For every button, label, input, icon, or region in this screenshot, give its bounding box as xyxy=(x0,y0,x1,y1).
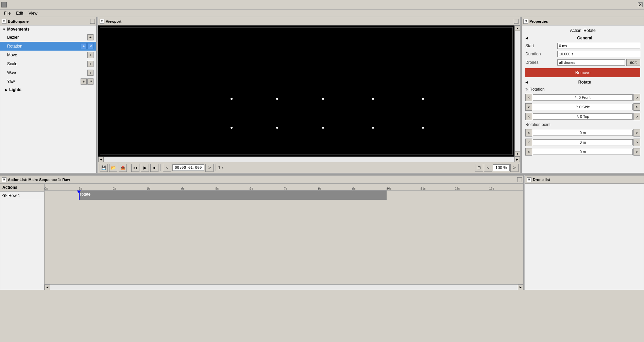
move-add-btn[interactable]: + xyxy=(87,52,94,58)
zoom-value[interactable]: 100 % xyxy=(493,164,510,171)
viewport-minimize[interactable]: _ xyxy=(514,19,519,24)
front-dec-btn[interactable]: < xyxy=(525,94,532,101)
nav-left-btn[interactable]: < xyxy=(163,164,171,172)
top-inc-btn[interactable]: > xyxy=(633,113,640,120)
viewport-canvas[interactable] xyxy=(98,25,514,157)
rp-y-inc-btn[interactable]: > xyxy=(633,139,640,146)
drone-2 xyxy=(276,98,278,100)
bezier-label: Bezier xyxy=(7,35,87,40)
yaw-expand-btn[interactable]: ↗ xyxy=(87,78,94,85)
scale-item[interactable]: Scale + xyxy=(0,59,96,68)
close-button[interactable]: ✕ xyxy=(638,2,643,7)
open-btn[interactable]: 📂 xyxy=(109,164,117,172)
wave-item[interactable]: Wave + xyxy=(0,68,96,77)
lights-section-header[interactable]: ▶ Lights xyxy=(0,86,96,93)
ff-btn[interactable]: ⏭ xyxy=(150,164,158,172)
timeline-ruler: 0s1s2s3s4s5s6s7s8s9s10s11s12s13s xyxy=(45,184,523,191)
export-btn[interactable]: 📤 xyxy=(119,164,127,172)
move-label: Move xyxy=(7,53,87,57)
drone-5 xyxy=(422,98,424,100)
wave-add-btn[interactable]: + xyxy=(87,70,94,76)
rp-y-value[interactable]: 0 m xyxy=(533,139,633,145)
properties-panel: ⊞ Properties Action: Rotate ◀ General St… xyxy=(522,17,644,173)
rotation-item[interactable]: Rotation + ↗ xyxy=(0,42,96,51)
top-dec-btn[interactable]: < xyxy=(525,113,532,120)
rp-z-dec-btn[interactable]: < xyxy=(525,148,532,156)
zoom-less-btn[interactable]: < xyxy=(484,164,492,172)
rp-x-inc-btn[interactable]: > xyxy=(633,129,640,137)
main-area: ⊞ Buttonpane _ ▼ Movements Bezier + xyxy=(0,17,644,342)
yaw-add-btn[interactable]: + xyxy=(81,78,87,85)
rotation-expand-btn[interactable]: ↗ xyxy=(87,43,94,49)
menu-edit[interactable]: Edit xyxy=(13,10,26,16)
scale-buttons: + xyxy=(87,61,94,67)
scroll-h-track[interactable] xyxy=(104,157,514,162)
action-title: Action: Rotate xyxy=(523,27,642,34)
front-value[interactable]: °: 0 Front xyxy=(533,94,633,101)
scale-add-btn[interactable]: + xyxy=(87,61,94,67)
save-btn[interactable]: 💾 xyxy=(100,164,108,172)
rp-z-value[interactable]: 0 m xyxy=(533,149,633,155)
timeline-scrollbar-h[interactable]: ◀ ▶ xyxy=(45,284,523,290)
eye-icon[interactable]: 👁 xyxy=(2,193,7,198)
bezier-add-btn[interactable]: + xyxy=(87,34,94,40)
duration-row: Duration xyxy=(523,50,642,58)
scroll-left-btn[interactable]: ◀ xyxy=(98,157,104,162)
side-inc-btn[interactable]: > xyxy=(633,103,640,111)
rp-x-value[interactable]: 0 m xyxy=(533,130,633,136)
buttonpane-content: ▼ Movements Bezier + Rotation + ↗ xyxy=(0,25,96,173)
rotation-add-btn[interactable]: + xyxy=(81,43,87,49)
toolbar-sep-2 xyxy=(160,164,161,171)
rp-x-dec-btn[interactable]: < xyxy=(525,129,532,137)
start-input[interactable] xyxy=(557,43,640,49)
timeline-scroll-left[interactable]: ◀ xyxy=(45,285,50,290)
rp-z-row: < 0 m > xyxy=(523,147,642,157)
toolbar-sep-3 xyxy=(216,164,216,171)
rp-y-dec-btn[interactable]: < xyxy=(525,139,532,146)
scroll-up-btn[interactable]: ▲ xyxy=(515,25,520,31)
rp-x-row: < 0 m > xyxy=(523,128,642,138)
general-section-header[interactable]: ◀ General xyxy=(523,34,642,42)
buttonpane-minimize[interactable]: _ xyxy=(90,19,95,24)
titlebar: ✕ xyxy=(0,0,644,10)
timeline-block-rotate[interactable]: rotate xyxy=(79,191,387,200)
rotation-property-row: ↻ Rotation xyxy=(523,86,642,93)
nav-right-btn[interactable]: > xyxy=(205,164,214,172)
drones-input[interactable] xyxy=(557,59,625,66)
duration-input[interactable] xyxy=(557,51,640,57)
buttonpane-title: Buttonpane xyxy=(8,19,89,23)
move-item[interactable]: Move + xyxy=(0,51,96,59)
timeline-scroll-right[interactable]: ▶ xyxy=(518,285,523,290)
yaw-item[interactable]: Yaw + ↗ xyxy=(0,77,96,86)
buttonpane-panel: ⊞ Buttonpane _ ▼ Movements Bezier + xyxy=(0,17,97,173)
menu-view[interactable]: View xyxy=(26,10,40,16)
timeline-playhead[interactable] xyxy=(79,191,80,200)
side-dec-btn[interactable]: < xyxy=(525,103,532,111)
actionlist-minimize[interactable]: _ xyxy=(517,177,522,182)
zoom-out-btn[interactable]: ⊡ xyxy=(475,164,483,172)
viewport-scrollbar-h[interactable]: ◀ ▶ xyxy=(98,157,520,162)
actionlist-header: ⊞ ActionList: Main: Sequence 1: Raw _ xyxy=(0,176,523,184)
zoom-more-btn[interactable]: > xyxy=(510,164,519,172)
general-arrow: ◀ xyxy=(525,36,528,40)
rp-z-inc-btn[interactable]: > xyxy=(633,148,640,156)
movements-section-header[interactable]: ▼ Movements xyxy=(0,25,96,33)
wave-label: Wave xyxy=(7,70,87,75)
bezier-item[interactable]: Bezier + xyxy=(0,33,96,42)
menu-file[interactable]: File xyxy=(1,10,13,16)
scroll-right-btn[interactable]: ▶ xyxy=(514,157,520,162)
prev-btn[interactable]: ⏮ xyxy=(131,164,139,172)
top-value[interactable]: °: 0 Top xyxy=(533,113,633,120)
play-btn[interactable]: ▶ xyxy=(141,164,149,172)
timeline-scroll-track[interactable] xyxy=(50,285,518,290)
time-display: 00:00:01:000 xyxy=(172,164,204,171)
viewport-scrollbar-v[interactable]: ▲ ▼ xyxy=(514,25,520,157)
side-value[interactable]: °: 0 Side xyxy=(533,104,633,110)
drones-edit-btn[interactable]: edit xyxy=(626,59,640,66)
front-inc-btn[interactable]: > xyxy=(633,94,640,101)
rotate-section-header[interactable]: ◀ Rotate xyxy=(523,78,642,86)
drone-7 xyxy=(276,127,278,129)
remove-button[interactable]: Remove xyxy=(525,68,640,77)
scroll-down-btn[interactable]: ▼ xyxy=(515,151,520,157)
scroll-v-track[interactable] xyxy=(515,31,520,151)
